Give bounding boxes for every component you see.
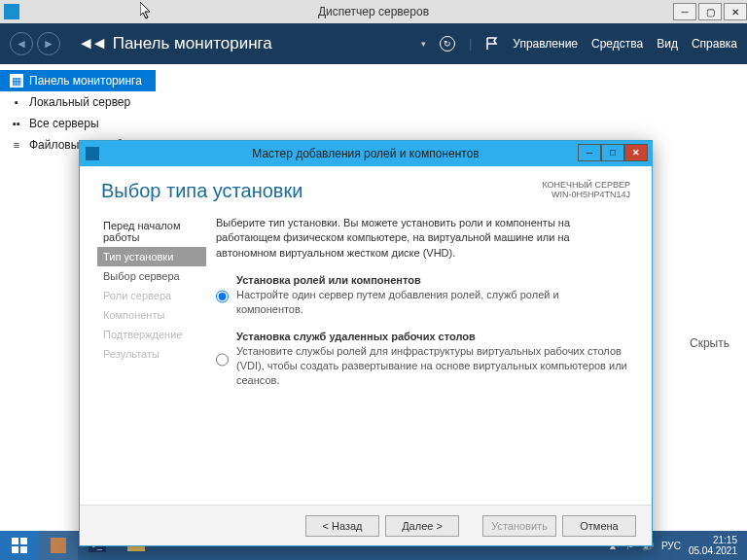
sidebar-item-label: Все серверы bbox=[29, 117, 99, 130]
wizard-step-type[interactable]: Тип установки bbox=[97, 247, 206, 266]
wizard-close-button[interactable]: ✕ bbox=[624, 144, 648, 161]
sidebar-item-all[interactable]: ▪▪ Все серверы bbox=[0, 113, 156, 134]
svg-rect-1 bbox=[20, 538, 27, 544]
wizard-titlebar[interactable]: Мастер добавления ролей и компонентов ─ … bbox=[80, 141, 652, 166]
close-button[interactable]: ✕ bbox=[724, 3, 747, 20]
wizard-step-server[interactable]: Выбор сервера bbox=[97, 266, 206, 286]
refresh-icon[interactable]: ↻ bbox=[440, 36, 455, 52]
wizard-step-results: Результаты bbox=[97, 344, 206, 364]
mouse-cursor-icon bbox=[140, 2, 154, 19]
minimize-button[interactable]: ─ bbox=[673, 3, 696, 20]
menu-help[interactable]: Справка bbox=[692, 37, 737, 51]
wizard-minimize-button[interactable]: ─ bbox=[578, 144, 601, 161]
sidebar-item-local[interactable]: ▪ Локальный сервер bbox=[0, 91, 156, 113]
option-title: Установка служб удаленных рабочих столов bbox=[236, 331, 628, 342]
wizard-footer: < Назад Далее > Установить Отмена bbox=[80, 505, 652, 545]
sidebar-item-dashboard[interactable]: ▦ Панель мониторинга bbox=[0, 70, 156, 91]
file-services-icon: ≡ bbox=[10, 138, 23, 152]
dropdown-caret-icon[interactable]: ▾ bbox=[421, 39, 426, 49]
wizard-steps: Перед началом работы Тип установки Выбор… bbox=[80, 212, 206, 504]
wizard-step-confirm: Подтверждение bbox=[97, 325, 206, 344]
svg-rect-0 bbox=[12, 538, 18, 544]
servers-icon: ▪▪ bbox=[10, 117, 23, 130]
sidebar-item-label: Локальный сервер bbox=[29, 95, 130, 109]
main-body: ▦ Панель мониторинга ▪ Локальный сервер … bbox=[0, 64, 747, 531]
dashboard-icon: ▦ bbox=[10, 74, 23, 88]
option-role-based[interactable]: Установка ролей или компонентов Настройт… bbox=[216, 274, 628, 317]
wizard-heading: Выбор типа установки bbox=[101, 180, 302, 202]
wizard-step-before[interactable]: Перед началом работы bbox=[97, 216, 206, 247]
wizard-content: Выберите тип установки. Вы можете устано… bbox=[206, 212, 652, 504]
next-button[interactable]: Далее > bbox=[385, 515, 459, 537]
svg-rect-2 bbox=[12, 546, 18, 553]
nav-forward-button[interactable]: ► bbox=[37, 32, 60, 55]
menu-manage[interactable]: Управление bbox=[513, 37, 578, 51]
tray-clock[interactable]: 21:15 05.04.2021 bbox=[689, 535, 737, 556]
wizard-icon bbox=[86, 147, 99, 160]
option-desc: Настройте один сервер путем добавления р… bbox=[236, 288, 628, 317]
dashboard-title: ◄◄ Панель мониторинга bbox=[78, 34, 272, 53]
wizard-step-roles: Роли сервера bbox=[97, 286, 206, 305]
option-rds[interactable]: Установка служб удаленных рабочих столов… bbox=[216, 331, 628, 388]
option-desc: Установите службы ролей для инфраструкту… bbox=[236, 344, 628, 388]
wizard-title: Мастер добавления ролей и компонентов bbox=[252, 147, 479, 160]
app-icon bbox=[4, 4, 19, 19]
back-button[interactable]: < Назад bbox=[305, 515, 379, 537]
taskbar-server-manager[interactable] bbox=[39, 531, 78, 560]
svg-rect-3 bbox=[20, 546, 27, 553]
option-title: Установка ролей или компонентов bbox=[236, 274, 628, 286]
header-bar: ◄ ► ◄◄ Панель мониторинга ▾ ↻ | Управлен… bbox=[0, 23, 747, 64]
menu-tools[interactable]: Средства bbox=[591, 37, 643, 51]
flag-icon[interactable] bbox=[485, 37, 499, 51]
option-rds-radio[interactable] bbox=[216, 332, 229, 388]
wizard-intro-text: Выберите тип установки. Вы можете устано… bbox=[216, 216, 628, 261]
nav-back-button[interactable]: ◄ bbox=[10, 32, 33, 55]
pipe-sep: | bbox=[469, 37, 472, 51]
wizard-server-info: КОНЕЧНЫЙ СЕРВЕР WIN-0H5HP4TN14J bbox=[542, 180, 630, 199]
sidebar-item-label: Панель мониторинга bbox=[29, 74, 142, 88]
option-role-based-radio[interactable] bbox=[216, 276, 229, 317]
wizard-dialog: Мастер добавления ролей и компонентов ─ … bbox=[79, 140, 653, 546]
tray-lang[interactable]: РУС bbox=[661, 541, 681, 551]
main-titlebar: Диспетчер серверов ─ ▢ ✕ bbox=[0, 0, 747, 23]
install-button: Установить bbox=[482, 515, 556, 537]
maximize-button[interactable]: ▢ bbox=[698, 3, 722, 20]
start-button[interactable] bbox=[0, 531, 39, 560]
wizard-step-features: Компоненты bbox=[97, 305, 206, 325]
menu-view[interactable]: Вид bbox=[657, 37, 678, 51]
cancel-button[interactable]: Отмена bbox=[562, 515, 636, 537]
wizard-maximize-button[interactable]: □ bbox=[601, 144, 624, 161]
hide-link[interactable]: Скрыть bbox=[690, 336, 729, 350]
server-icon: ▪ bbox=[10, 95, 23, 109]
window-title: Диспетчер серверов bbox=[318, 5, 429, 18]
